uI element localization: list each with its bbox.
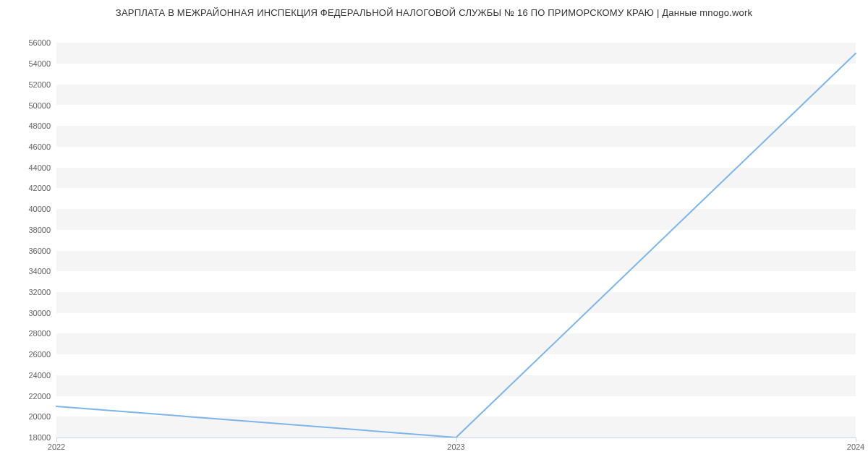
y-tick-label: 20000	[28, 412, 51, 421]
chart-title: ЗАРПЛАТА В МЕЖРАЙОННАЯ ИНСПЕКЦИЯ ФЕДЕРАЛ…	[0, 0, 868, 18]
y-tick-label: 44000	[28, 163, 51, 172]
y-tick-label: 48000	[28, 121, 51, 130]
x-tick-label: 2024	[847, 443, 864, 451]
y-tick-label: 52000	[28, 80, 51, 89]
y-tick-label: 42000	[28, 184, 51, 192]
y-tick-label: 32000	[28, 288, 51, 296]
x-tick-label: 2022	[48, 443, 65, 451]
x-tick-label: 2023	[447, 443, 464, 451]
x-tick	[456, 437, 457, 442]
y-tick-label: 26000	[28, 350, 51, 359]
y-tick-label: 46000	[28, 142, 51, 151]
y-tick-label: 22000	[28, 392, 51, 401]
x-tick	[856, 437, 856, 442]
y-tick-label: 18000	[28, 433, 51, 442]
y-tick-label: 38000	[28, 226, 51, 234]
y-tick-label: 54000	[28, 59, 51, 68]
y-tick-label: 40000	[28, 205, 51, 213]
x-tick	[56, 437, 57, 442]
plot-area	[56, 33, 856, 437]
y-tick-label: 56000	[28, 38, 51, 47]
y-tick-label: 24000	[28, 371, 51, 380]
y-tick-label: 36000	[28, 247, 51, 255]
y-tick-label: 34000	[28, 267, 51, 275]
y-tick-label: 30000	[28, 309, 51, 317]
line-series	[56, 33, 856, 437]
chart-container: ЗАРПЛАТА В МЕЖРАЙОННАЯ ИНСПЕКЦИЯ ФЕДЕРАЛ…	[0, 0, 868, 470]
y-tick-label: 28000	[28, 329, 51, 338]
y-tick-label: 50000	[28, 101, 51, 110]
